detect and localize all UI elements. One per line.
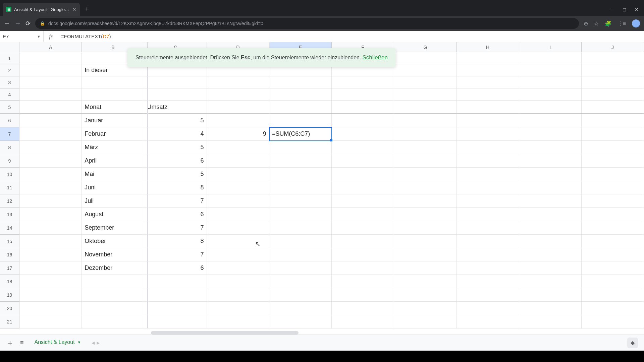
name-box-input[interactable] bbox=[3, 34, 30, 39]
cell[interactable] bbox=[394, 261, 457, 275]
cell[interactable]: 7 bbox=[144, 248, 207, 261]
cell[interactable] bbox=[394, 64, 457, 76]
cell[interactable] bbox=[519, 141, 582, 154]
cell[interactable] bbox=[269, 275, 332, 288]
cell[interactable] bbox=[144, 315, 207, 328]
cell[interactable] bbox=[457, 288, 519, 302]
col-header-G[interactable]: G bbox=[394, 42, 457, 52]
cell[interactable] bbox=[519, 288, 582, 302]
cell[interactable]: November bbox=[82, 248, 144, 261]
cell[interactable] bbox=[457, 114, 519, 127]
cell[interactable] bbox=[457, 141, 519, 154]
cell[interactable] bbox=[332, 315, 394, 328]
name-box[interactable]: ▼ bbox=[0, 31, 44, 42]
url-input[interactable]: 🔒 docs.google.com/spreadsheets/d/12KXm2A… bbox=[35, 18, 579, 29]
cell[interactable] bbox=[82, 88, 144, 101]
cell[interactable] bbox=[82, 288, 144, 302]
cell[interactable] bbox=[332, 194, 394, 208]
cell[interactable] bbox=[394, 181, 457, 194]
cell[interactable] bbox=[332, 302, 394, 315]
cell[interactable] bbox=[394, 168, 457, 181]
cell[interactable] bbox=[332, 275, 394, 288]
sheet-tab-active[interactable]: Ansicht & Layout ▼ bbox=[30, 336, 86, 350]
cell[interactable] bbox=[19, 315, 82, 328]
cell[interactable] bbox=[269, 194, 332, 208]
cell[interactable]: September bbox=[82, 221, 144, 235]
close-window-icon[interactable]: ✕ bbox=[635, 7, 639, 12]
cell[interactable] bbox=[207, 315, 269, 328]
cell[interactable] bbox=[332, 248, 394, 261]
select-all-corner[interactable] bbox=[0, 42, 19, 52]
cell[interactable] bbox=[457, 52, 519, 64]
cell[interactable] bbox=[394, 208, 457, 221]
cell[interactable] bbox=[457, 88, 519, 101]
sheet-tab-dropdown-icon[interactable]: ▼ bbox=[77, 340, 81, 344]
cell[interactable] bbox=[519, 64, 582, 76]
cell[interactable] bbox=[394, 235, 457, 248]
cell[interactable] bbox=[519, 76, 582, 88]
cell[interactable] bbox=[582, 52, 644, 64]
cell[interactable] bbox=[269, 181, 332, 194]
col-header-J[interactable]: J bbox=[582, 42, 644, 52]
cell[interactable] bbox=[269, 88, 332, 101]
cell[interactable] bbox=[519, 275, 582, 288]
cell[interactable] bbox=[519, 194, 582, 208]
cell[interactable] bbox=[19, 64, 82, 76]
cell[interactable] bbox=[519, 315, 582, 328]
cell[interactable] bbox=[207, 141, 269, 154]
cell[interactable] bbox=[582, 114, 644, 127]
cell[interactable] bbox=[332, 221, 394, 235]
cell[interactable] bbox=[19, 114, 82, 127]
cell[interactable]: Oktober bbox=[82, 235, 144, 248]
cell[interactable] bbox=[269, 101, 332, 113]
cell[interactable] bbox=[207, 302, 269, 315]
cell[interactable] bbox=[457, 275, 519, 288]
cell[interactable] bbox=[19, 127, 82, 141]
cell[interactable] bbox=[207, 261, 269, 275]
col-header-I[interactable]: I bbox=[519, 42, 582, 52]
cell[interactable] bbox=[457, 127, 519, 141]
cell[interactable] bbox=[582, 76, 644, 88]
row-header-15[interactable]: 15 bbox=[0, 235, 19, 248]
cell[interactable] bbox=[457, 261, 519, 275]
cell[interactable]: 6 bbox=[144, 261, 207, 275]
row-header-10[interactable]: 10 bbox=[0, 168, 19, 181]
cell[interactable] bbox=[457, 76, 519, 88]
bookmark-icon[interactable]: ☆ bbox=[594, 20, 599, 27]
row-header-14[interactable]: 14 bbox=[0, 221, 19, 235]
cell[interactable] bbox=[19, 261, 82, 275]
reload-icon[interactable]: ⟳ bbox=[25, 20, 31, 27]
browser-tab[interactable]: ▦ Ansicht & Layout - Google Tabel ✕ bbox=[3, 3, 80, 16]
cell[interactable] bbox=[82, 315, 144, 328]
cell[interactable]: 9 bbox=[207, 127, 269, 141]
cell[interactable] bbox=[582, 154, 644, 168]
cell[interactable] bbox=[394, 114, 457, 127]
cell[interactable] bbox=[457, 168, 519, 181]
cell[interactable]: Juni bbox=[82, 181, 144, 194]
cell[interactable] bbox=[457, 315, 519, 328]
cell[interactable] bbox=[519, 302, 582, 315]
cell[interactable] bbox=[394, 194, 457, 208]
cell[interactable]: 5 bbox=[144, 141, 207, 154]
cell[interactable] bbox=[582, 302, 644, 315]
cell[interactable]: 8 bbox=[144, 181, 207, 194]
col-header-A[interactable]: A bbox=[19, 42, 82, 52]
cell[interactable]: Dezember bbox=[82, 261, 144, 275]
row-header-12[interactable]: 12 bbox=[0, 194, 19, 208]
active-cell[interactable]: =SUM(C6:C7) bbox=[269, 127, 332, 141]
cell[interactable] bbox=[269, 76, 332, 88]
cell[interactable] bbox=[207, 288, 269, 302]
cell[interactable] bbox=[519, 181, 582, 194]
cell[interactable]: Monat bbox=[82, 101, 144, 113]
horizontal-scrollbar[interactable] bbox=[151, 331, 299, 335]
row-header-17[interactable]: 17 bbox=[0, 261, 19, 275]
menu-icon[interactable]: ⋮≡ bbox=[618, 20, 626, 27]
row-header-7[interactable]: 7 bbox=[0, 127, 19, 141]
cell[interactable] bbox=[457, 248, 519, 261]
cell[interactable] bbox=[82, 302, 144, 315]
cell[interactable] bbox=[332, 141, 394, 154]
banner-close-button[interactable]: Schließen bbox=[362, 54, 388, 61]
cell[interactable] bbox=[207, 114, 269, 127]
cell[interactable]: April bbox=[82, 154, 144, 168]
cell[interactable] bbox=[457, 235, 519, 248]
